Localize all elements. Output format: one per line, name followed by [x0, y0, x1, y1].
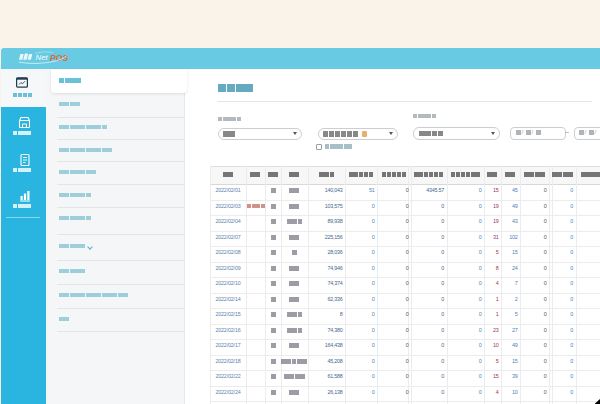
- svg-text:Net: Net: [36, 53, 49, 62]
- svg-text:POS: POS: [50, 53, 68, 63]
